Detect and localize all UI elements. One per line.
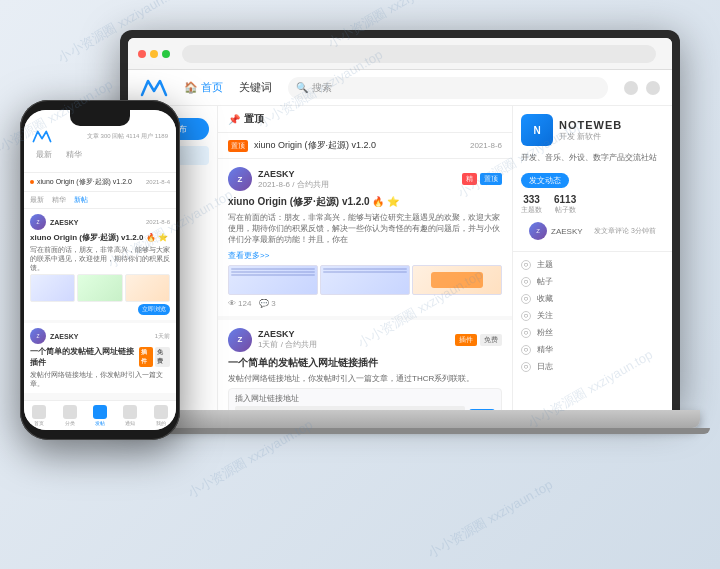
phone-sub-tab-featured[interactable]: 精华	[52, 195, 66, 205]
phone-feed-2-author: ZAESKY	[50, 333, 78, 340]
nav-keyword[interactable]: 关键词	[239, 80, 272, 95]
preview-title: 插入网址链接地址	[235, 393, 495, 404]
menu-item-featured[interactable]: ○ 精华	[513, 341, 672, 358]
nav-home[interactable]: 🏠 首页	[184, 80, 223, 95]
noteweb-avatar: N	[521, 114, 553, 146]
feed: 📌 置顶 置顶 xiuno Origin (修罗·起源) v1.2.0 2021…	[218, 106, 512, 410]
phone-feed-2-header: Z ZAESKY 1天前	[30, 328, 170, 344]
phone-feed-2-body: 发帖付网络链接地址，你发帖时引入一篇文章。	[30, 370, 170, 388]
pin-icon: 📌	[228, 114, 240, 125]
feed-item-2-time: 1天前 / 合约共用	[258, 339, 449, 350]
phone-nav-grid-icon	[63, 405, 77, 419]
phone-feed-1-title-text: xiuno Origin (修罗·起源) v1.2.0 🔥 ⭐	[30, 232, 168, 243]
phone-nav-post-icon	[93, 405, 107, 419]
phone-tabs: 最新 精华	[32, 147, 168, 162]
phone-tab-latest[interactable]: 最新	[32, 147, 56, 162]
noteweb-avatar-letter: N	[533, 125, 540, 136]
phone-pinned[interactable]: xiuno Origin (修罗·起源) v1.2.0 2021-8-4	[24, 173, 176, 192]
phone-nav-user[interactable]: 我的	[154, 405, 168, 426]
menu-label-featured: 精华	[537, 344, 553, 355]
phone-feed-1-header: Z ZAESKY 2021-8-6	[30, 214, 170, 230]
nav-keyword-label: 关键词	[239, 80, 272, 95]
thumb-line	[323, 268, 407, 270]
menu-item-fans[interactable]: ○ 粉丝	[513, 324, 672, 341]
phone-sub-tab-new[interactable]: 新帖	[74, 195, 88, 205]
browser-url-bar[interactable]	[182, 45, 656, 63]
phone-feed-2-title-text: 一个简单的发帖链入网址链接插件	[30, 346, 137, 368]
feed-item-2-author: ZAESKY	[258, 329, 449, 339]
phone-nav-bell-label: 通知	[125, 420, 135, 426]
phone-sub-tab-latest[interactable]: 最新	[30, 195, 44, 205]
feed-item-2-title-text: 一个简单的发帖链入网址链接插件	[228, 356, 378, 370]
feed-item-2-avatar: Z	[228, 328, 252, 352]
header-right	[624, 81, 660, 95]
menu-item-topics[interactable]: ○ 主题	[513, 256, 672, 273]
phone-nav-home[interactable]: 首页	[32, 405, 46, 426]
phone-feed-item-1[interactable]: Z ZAESKY 2021-8-6 xiuno Origin (修罗·起源) v…	[24, 209, 176, 320]
follow-button[interactable]: 发文动态	[521, 173, 569, 188]
feed-item-2[interactable]: Z ZAESKY 1天前 / 合约共用 插件 免费 一个简单的发帖链入网	[218, 320, 512, 410]
phone-view-btn[interactable]: 立即浏览	[138, 304, 170, 315]
phone-sub-tabs: 最新 精华 新帖	[24, 192, 176, 209]
menu-item-follow[interactable]: ○ 关注	[513, 307, 672, 324]
minimize-dot	[150, 50, 158, 58]
noteweb-card: N NOTEWEB 开发 新软件 开发、音乐、外设、数字产品交流社站 发文动态 …	[513, 106, 672, 252]
phone-nav-grid[interactable]: 分类	[63, 405, 77, 426]
menu-item-journal[interactable]: ○ 日志	[513, 358, 672, 375]
feed-item-1-header: Z ZAESKY 2021-8-6 / 合约共用 精 置顶	[228, 167, 502, 191]
phone-screen: 文章 300 回帖 4114 用户 1189 最新 精华 xiuno Origi…	[24, 110, 176, 430]
header-settings-icon[interactable]	[646, 81, 660, 95]
feed-item-1-author: ZAESKY	[258, 169, 456, 179]
app-header: 🏠 首页 关键词 🔍 搜索	[128, 70, 672, 106]
search-placeholder: 搜索	[312, 81, 332, 95]
phone-pinned-date: 2021-8-4	[146, 179, 170, 185]
noteweb-title-area: NOTEWEB 开发 新软件	[559, 119, 664, 142]
phone-tab-featured[interactable]: 精华	[62, 147, 86, 162]
maximize-dot	[162, 50, 170, 58]
pinned-title: xiuno Origin (修罗·起源) v1.2.0	[254, 139, 464, 152]
nav-home-label: 首页	[201, 80, 223, 95]
preview-block	[235, 406, 465, 410]
app-logo	[140, 79, 168, 97]
feed-views-count: 124	[238, 299, 251, 308]
noteweb-desc: 开发、音乐、外设、数字产品交流社站	[521, 152, 664, 163]
laptop-foot	[90, 428, 710, 434]
phone-nav-grid-label: 分类	[65, 420, 75, 426]
search-icon: 🔍	[296, 82, 308, 93]
feed-item-1[interactable]: Z ZAESKY 2021-8-6 / 合约共用 精 置顶 xiuno	[218, 159, 512, 316]
menu-item-posts[interactable]: ○ 帖子	[513, 273, 672, 290]
phone-nav-home-label: 首页	[34, 420, 44, 426]
feed-item-2-body: 发帖付网络链接地址，你发帖时引入一篇文章，通过THCR系列联联。	[228, 373, 502, 384]
menu-icon-posts: ○	[521, 277, 531, 287]
menu-item-favorites[interactable]: ○ 收藏	[513, 290, 672, 307]
right-menu-list: ○ 主题 ○ 帖子 ○ 收藏 ○ 关注	[513, 252, 672, 379]
phone-nav-bell[interactable]: 通知	[123, 405, 137, 426]
laptop-screen-outer: 🏠 首页 关键词 🔍 搜索	[120, 30, 680, 410]
logo-icon	[140, 79, 168, 97]
feed-item-2-tags: 插件 免费	[455, 334, 502, 346]
close-dot	[138, 50, 146, 58]
phone-nav-post[interactable]: 发帖	[93, 405, 107, 426]
header-user-icon[interactable]	[624, 81, 638, 95]
search-bar[interactable]: 🔍 搜索	[288, 77, 608, 99]
thumb-line	[231, 271, 315, 273]
preview-confirm-btn[interactable]: 确认	[469, 409, 495, 410]
feed-item-1-title: xiuno Origin (修罗·起源) v1.2.0 🔥 ⭐	[228, 195, 502, 209]
phone-feed-1-author: ZAESKY	[50, 219, 78, 226]
watermark-8: 小小资源圈 xxziyaun.top	[425, 476, 556, 562]
feed-pinned-item[interactable]: 置顶 xiuno Origin (修罗·起源) v1.2.0 2021-8-6	[218, 133, 512, 159]
feed-item-1-tags: 精 置顶	[462, 173, 502, 185]
menu-icon-featured: ○	[521, 345, 531, 355]
preview-content: 确认	[235, 406, 495, 410]
phone-logo	[32, 130, 52, 143]
phone-feed-item-2[interactable]: Z ZAESKY 1天前 一个简单的发帖链入网址链接插件 插件 免费 发帖付网络…	[24, 323, 176, 393]
tag-featured: 精	[462, 173, 477, 185]
feed-item-1-link[interactable]: 查看更多>>	[228, 250, 502, 261]
menu-icon-favorites: ○	[521, 294, 531, 304]
phone-pin-dot	[30, 180, 34, 184]
stat-topics: 333 主题数	[521, 194, 542, 215]
eye-icon: 👁	[228, 299, 236, 308]
feed-item-2-header: Z ZAESKY 1天前 / 合约共用 插件 免费	[228, 328, 502, 352]
phone-tag-plugin: 插件	[139, 347, 154, 367]
laptop: 🏠 首页 关键词 🔍 搜索	[120, 30, 680, 450]
